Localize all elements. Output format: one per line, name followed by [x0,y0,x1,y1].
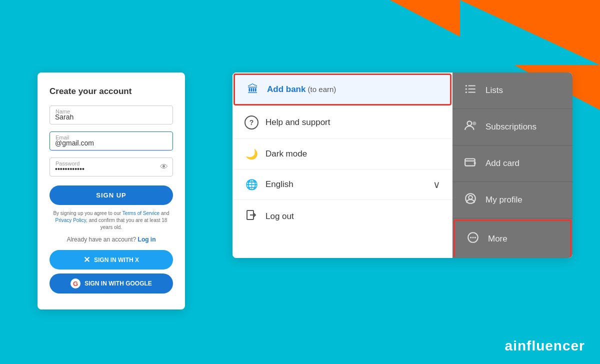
google-btn-label: SIGN IN WITH GOOGLE [84,280,152,287]
terms-of-service-link[interactable]: Terms of Service [122,210,160,216]
already-account-section: Already have an account? Log in [50,236,173,243]
name-field-group: Name [50,106,173,124]
email-label: Email [54,134,70,140]
sign-in-google-button[interactable]: G SIGN IN WITH GOOGLE [50,274,173,294]
svg-point-6 [466,92,467,93]
help-support-label: Help and support [266,118,440,128]
add-bank-label: Add bank (to earn) [267,84,439,94]
svg-rect-9 [465,159,475,166]
add-card-label: Add card [486,158,520,168]
menu-item-dark-mode[interactable]: 🌙 Dark mode [232,139,452,170]
dark-mode-icon: 🌙 [244,148,258,160]
signup-panel: Create your account Name Email Password … [38,72,185,310]
password-field-group: Password 👁 [50,158,173,176]
email-field-group: Email [50,132,173,150]
twitter-icon: ✕ [84,255,90,264]
google-icon: G [70,278,80,288]
menu-left-section: 🏛 Add bank (to earn) ? Help and support … [232,72,452,258]
menu-right-item-more[interactable]: More [454,220,572,257]
add-card-icon [462,156,478,172]
menu-right-item-subscriptions[interactable]: Subscriptions [452,109,572,146]
help-icon: ? [244,116,258,130]
my-profile-icon [462,192,478,208]
signup-terms: By signing up you agree to our Terms of … [50,210,173,231]
logout-icon [244,209,258,224]
lists-label: Lists [486,86,503,96]
menu-item-add-bank[interactable]: 🏛 Add bank (to earn) [234,74,452,106]
menu-item-help-support[interactable]: ? Help and support [232,106,452,139]
dark-mode-label: Dark mode [266,149,440,159]
more-icon [465,231,481,247]
privacy-policy-link[interactable]: Privacy Policy [56,218,86,223]
sign-in-twitter-button[interactable]: ✕ SIGN IN WITH X [50,250,173,270]
svg-point-7 [468,121,472,126]
password-label: Password [54,160,80,166]
svg-point-17 [472,236,474,238]
menu-right-section: Lists Subscriptions [452,72,572,258]
more-label: More [488,234,508,244]
bank-icon: 🏛 [246,83,260,96]
chevron-down-icon: ∨ [433,178,440,190]
logout-label: Log out [266,212,440,222]
svg-point-14 [468,196,472,200]
cyan-triangle-decoration [460,0,600,65]
twitter-btn-label: SIGN IN WITH X [94,256,139,264]
signup-title: Create your account [50,86,173,96]
subscriptions-label: Subscriptions [486,122,536,132]
toggle-password-icon[interactable]: 👁 [160,162,168,172]
subscriptions-icon [462,119,478,135]
menu-item-language[interactable]: 🌐 English ∨ [232,170,452,200]
svg-point-5 [466,88,467,90]
svg-point-16 [470,236,472,238]
svg-point-8 [473,122,476,124]
language-label: English [266,180,426,190]
menu-item-logout[interactable]: Log out [232,200,452,232]
menu-right-item-add-card[interactable]: Add card [452,146,572,182]
svg-point-4 [466,85,467,86]
svg-point-18 [474,236,476,238]
login-link[interactable]: Log in [138,236,156,243]
brand-name: ainfluencer [505,338,585,354]
language-icon: 🌐 [244,178,258,190]
brand-logo: ainfluencer [505,338,585,354]
name-label: Name [54,108,71,114]
my-profile-label: My profile [486,195,522,205]
menu-right-item-my-profile[interactable]: My profile [452,182,572,218]
menu-right-item-lists[interactable]: Lists [452,72,572,109]
menu-panel: 🏛 Add bank (to earn) ? Help and support … [232,72,572,258]
signup-button[interactable]: SIGN UP [50,186,173,205]
lists-icon [462,82,478,98]
